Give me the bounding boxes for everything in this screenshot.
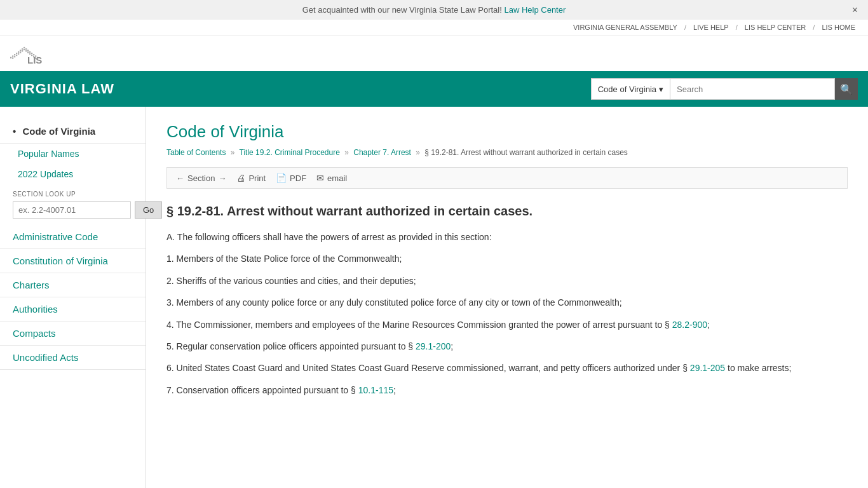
- search-button[interactable]: 🔍: [835, 78, 858, 100]
- para-6: 6. United States Coast Guard and United …: [166, 361, 848, 375]
- para-3: 3. Members of any county police force or…: [166, 295, 848, 309]
- svg-rect-23: [27, 51, 29, 53]
- pdf-label: PDF: [290, 173, 306, 183]
- svg-rect-22: [25, 50, 27, 51]
- updates-label: 2022 Updates: [18, 169, 73, 179]
- authorities-label: Authorities: [13, 304, 58, 315]
- notification-text: Get acquainted with our new Virginia Sta…: [302, 5, 502, 15]
- link-10-1-115[interactable]: 10.1-115: [358, 385, 393, 395]
- svg-rect-17: [16, 55, 17, 56]
- print-button[interactable]: 🖨 Print: [236, 173, 266, 183]
- link-29-1-200[interactable]: 29.1-200: [416, 341, 451, 351]
- admin-code-label: Administrative Code: [13, 231, 98, 242]
- search-icon: 🔍: [840, 83, 853, 95]
- svg-rect-4: [18, 51, 19, 53]
- para-2: 2. Sheriffs of the various counties and …: [166, 274, 848, 288]
- close-notification-button[interactable]: ×: [852, 4, 858, 16]
- logo-row: LIS: [0, 36, 868, 71]
- pdf-icon: 📄: [276, 173, 287, 183]
- search-category-label: Code of Virginia: [598, 85, 656, 94]
- para-4: 4. The Commissioner, members and employe…: [166, 318, 848, 332]
- search-input[interactable]: [670, 78, 835, 100]
- sidebar-item-administrative-code[interactable]: Administrative Code: [0, 225, 146, 249]
- sidebar-code-label: Code of Virginia: [22, 126, 95, 137]
- svg-rect-8: [25, 48, 27, 50]
- print-icon: 🖨: [236, 173, 245, 183]
- section-lookup-row: Go: [13, 201, 133, 219]
- top-nav-general-assembly[interactable]: VIRGINIA GENERAL ASSEMBLY: [573, 24, 677, 31]
- sidebar-item-popular-names[interactable]: Popular Names: [0, 144, 146, 164]
- svg-rect-21: [24, 49, 25, 50]
- search-container: Code of Virginia ▾ 🔍: [591, 78, 858, 100]
- svg-rect-11: [31, 53, 32, 54]
- sidebar-item-code-of-virginia[interactable]: Code of Virginia: [0, 119, 146, 144]
- search-category-dropdown[interactable]: Code of Virginia ▾: [591, 78, 670, 100]
- nav-separator-2: /: [736, 24, 738, 31]
- section-toolbar: ← Section → 🖨 Print 📄 PDF ✉ email: [166, 167, 848, 189]
- site-title[interactable]: VIRGINIA LAW: [10, 81, 114, 97]
- email-label: email: [327, 173, 347, 183]
- breadcrumb: Table of Contents » Title 19.2. Criminal…: [166, 148, 848, 157]
- header-logo: VIRGINIA LAW: [10, 81, 114, 97]
- email-icon: ✉: [316, 173, 324, 183]
- para-5: 5. Regular conservation police officers …: [166, 339, 848, 353]
- svg-rect-20: [22, 50, 23, 51]
- section-lookup-input[interactable]: [13, 201, 131, 219]
- sidebar-item-charters[interactable]: Charters: [0, 273, 146, 297]
- breadcrumb-sep-1: »: [231, 148, 235, 157]
- left-arrow-icon: ←: [176, 173, 184, 183]
- sidebar-item-authorities[interactable]: Authorities: [0, 297, 146, 322]
- link-29-1-205[interactable]: 29.1-205: [690, 363, 725, 373]
- sidebar-item-compacts[interactable]: Compacts: [0, 322, 146, 346]
- top-nav-lis-help-center[interactable]: LIS HELP CENTER: [745, 24, 806, 31]
- email-button[interactable]: ✉ email: [316, 173, 347, 183]
- svg-rect-9: [27, 50, 29, 51]
- top-nav-live-help[interactable]: LIVE HELP: [693, 24, 729, 31]
- breadcrumb-current: § 19.2-81. Arrest without warrant author…: [424, 148, 628, 157]
- popular-names-label: Popular Names: [18, 149, 79, 159]
- content-title: Code of Virginia: [166, 122, 848, 142]
- header: VIRGINIA LAW Code of Virginia ▾ 🔍: [0, 71, 868, 107]
- uncodified-acts-label: Uncodified Acts: [13, 352, 78, 363]
- breadcrumb-chapter[interactable]: Chapter 7. Arrest: [353, 148, 411, 157]
- sidebar-item-uncodified-acts[interactable]: Uncodified Acts: [0, 346, 146, 370]
- svg-rect-19: [20, 51, 21, 53]
- section-heading: § 19.2-81. Arrest without warrant author…: [166, 204, 848, 219]
- svg-rect-18: [18, 53, 19, 55]
- svg-rect-1: [12, 55, 13, 57]
- svg-rect-2: [14, 54, 15, 55]
- link-28-2-900[interactable]: 28.2-900: [672, 320, 707, 330]
- sidebar-item-constitution-of-virginia[interactable]: Constitution of Virginia: [0, 249, 146, 273]
- section-prev-button[interactable]: ← Section →: [176, 173, 226, 183]
- breadcrumb-sep-2: »: [344, 148, 349, 157]
- charters-label: Charters: [13, 280, 50, 290]
- top-nav: VIRGINIA GENERAL ASSEMBLY / LIVE HELP / …: [0, 20, 868, 36]
- lis-logo-icon: LIS: [10, 41, 48, 66]
- para-1: 1. Members of the State Police force of …: [166, 252, 848, 266]
- top-nav-lis-home[interactable]: LIS HOME: [822, 24, 855, 31]
- para-a: A. The following officers shall have the…: [166, 230, 848, 244]
- nav-separator-1: /: [684, 24, 686, 31]
- sidebar-item-2022-updates[interactable]: 2022 Updates: [0, 164, 146, 184]
- breadcrumb-toc[interactable]: Table of Contents: [166, 148, 226, 157]
- compacts-label: Compacts: [13, 328, 56, 339]
- svg-text:LIS: LIS: [27, 55, 42, 65]
- section-body: § 19.2-81. Arrest without warrant author…: [166, 204, 848, 397]
- section-lookup-label: SECTION LOOK UP: [13, 191, 133, 198]
- constitution-label: Constitution of Virginia: [13, 255, 108, 266]
- section-label: Section: [187, 173, 215, 183]
- dropdown-arrow-icon: ▾: [659, 85, 663, 94]
- section-lookup: SECTION LOOK UP Go: [0, 184, 146, 225]
- svg-rect-15: [12, 57, 13, 58]
- content-area: Code of Virginia Table of Contents » Tit…: [146, 107, 868, 488]
- breadcrumb-title[interactable]: Title 19.2. Criminal Procedure: [240, 148, 340, 157]
- right-arrow-icon: →: [218, 173, 226, 183]
- svg-rect-10: [29, 51, 31, 53]
- notification-link[interactable]: Law Help Center: [504, 5, 566, 15]
- notification-bar: Get acquainted with our new Virginia Sta…: [0, 0, 868, 20]
- svg-rect-16: [14, 56, 15, 57]
- para-6-after: to make arrests;: [728, 363, 791, 373]
- breadcrumb-sep-3: »: [416, 148, 420, 157]
- main-layout: Code of Virginia Popular Names 2022 Upda…: [0, 107, 868, 488]
- pdf-button[interactable]: 📄 PDF: [276, 173, 306, 183]
